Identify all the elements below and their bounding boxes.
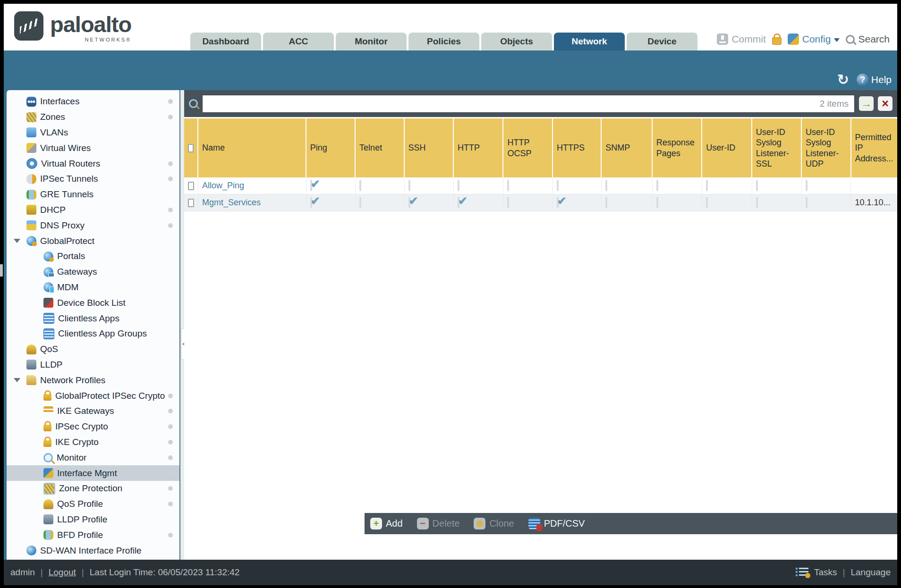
- sidebar-item-ike-crypto[interactable]: IKE Crypto: [7, 435, 179, 450]
- column-header-https[interactable]: HTTPS: [553, 118, 602, 177]
- sidebar-item-ike-gateways[interactable]: IKE Gateways: [7, 403, 179, 419]
- sidebar-item-label: GlobalProtect: [40, 236, 94, 246]
- sidebar-item-virtual-wires[interactable]: Virtual Wires: [7, 140, 179, 156]
- service-checkbox-telnet[interactable]: [359, 198, 369, 208]
- column-header-snmp[interactable]: SNMP: [602, 118, 652, 177]
- service-checkbox-https[interactable]: [557, 181, 566, 191]
- service-checkbox-http-ocsp[interactable]: [507, 198, 517, 208]
- column-header-response-pages[interactable]: Response Pages: [653, 118, 702, 177]
- tab-device[interactable]: Device: [627, 33, 697, 50]
- expander-icon[interactable]: [14, 378, 20, 382]
- clear-filter-button[interactable]: ×: [878, 96, 892, 111]
- column-header-uid-syslog-udp[interactable]: User-ID Syslog Listener-UDP: [802, 118, 851, 177]
- column-header-label: HTTP: [458, 143, 480, 153]
- service-checkbox-uid-syslog-ssl[interactable]: [756, 181, 765, 191]
- service-checkbox-http-ocsp[interactable]: [507, 181, 517, 191]
- sidebar-item-globalprotect-ipsec-crypto[interactable]: GlobalProtect IPSec Crypto: [7, 388, 179, 403]
- service-checkbox-response-pages[interactable]: [656, 181, 666, 191]
- status-dot: [168, 115, 173, 119]
- status-dot: [168, 208, 173, 212]
- sidebar-item-globalprotect[interactable]: GlobalProtect: [7, 233, 179, 249]
- logout-link[interactable]: Logout: [49, 567, 76, 578]
- tab-monitor[interactable]: Monitor: [336, 33, 407, 50]
- sidebar-item-clientless-apps[interactable]: Clientless Apps: [7, 311, 179, 326]
- column-header-ssh[interactable]: SSH: [405, 118, 454, 177]
- sidebar-item-dhcp[interactable]: DHCP: [7, 202, 179, 218]
- sidebar-item-portals[interactable]: Portals: [7, 249, 179, 264]
- sidebar-item-bfd-profile[interactable]: BFD Profile: [7, 527, 179, 543]
- config-menu-button[interactable]: Config: [788, 34, 840, 45]
- sidebar-item-zones[interactable]: Zones: [7, 109, 179, 125]
- sidebar-item-ipsec-crypto[interactable]: IPSec Crypto: [7, 419, 179, 435]
- column-header-user-id[interactable]: User-ID: [702, 118, 752, 177]
- column-header-telnet[interactable]: Telnet: [356, 118, 404, 177]
- column-header-http-ocsp[interactable]: HTTP OCSP: [503, 118, 552, 177]
- sidebar-item-ipsec-tunnels[interactable]: IPSec Tunnels: [7, 171, 179, 187]
- sidebar-item-clientless-app-groups[interactable]: Clientless App Groups: [7, 326, 179, 342]
- lldp-icon: [26, 360, 36, 370]
- global-search-button[interactable]: Search: [846, 34, 890, 45]
- sidebar-item-zone-protection[interactable]: Zone Protection: [7, 481, 179, 496]
- commit-button[interactable]: Commit: [717, 34, 765, 45]
- sidebar-item-gre-tunnels[interactable]: GRE Tunnels: [7, 187, 179, 202]
- service-checkbox-response-pages[interactable]: [656, 198, 666, 208]
- sidebar-item-sd-wan-interface-profile[interactable]: SD-WAN Interface Profile: [7, 543, 179, 558]
- service-checkbox-uid-syslog-udp[interactable]: [806, 181, 815, 191]
- service-checkbox-ping[interactable]: ✔: [310, 198, 320, 208]
- refresh-icon[interactable]: ↻: [837, 73, 849, 86]
- profile-name-link[interactable]: Allow_Ping: [202, 181, 244, 191]
- service-checkbox-ssh[interactable]: [408, 181, 418, 191]
- profile-name-link[interactable]: Mgmt_Services: [202, 198, 261, 208]
- sidebar-item-vlans[interactable]: VLANs: [7, 125, 179, 141]
- column-header-uid-syslog-ssl[interactable]: User-ID Syslog Listener-SSL: [752, 118, 802, 177]
- sidebar-item-virtual-routers[interactable]: Virtual Routers: [7, 156, 179, 171]
- column-header-name[interactable]: Name: [198, 118, 306, 177]
- service-checkbox-ssh[interactable]: ✔: [408, 198, 418, 208]
- sidebar-item-monitor[interactable]: Monitor: [7, 450, 179, 465]
- column-header-ping[interactable]: Ping: [306, 118, 356, 177]
- language-button[interactable]: Language: [850, 567, 891, 578]
- tab-network[interactable]: Network: [554, 33, 625, 50]
- sidebar-item-qos-profile[interactable]: QoS Profile: [7, 496, 179, 512]
- filter-input[interactable]: 2 items: [202, 95, 855, 113]
- select-all-checkbox[interactable]: [188, 144, 194, 152]
- tab-objects[interactable]: Objects: [481, 33, 552, 50]
- tab-dashboard[interactable]: Dashboard: [190, 33, 261, 50]
- lock-icon[interactable]: [772, 37, 782, 45]
- sidebar-item-gateways[interactable]: Gateways: [7, 264, 179, 280]
- sidebar: InterfacesZonesVLANsVirtual WiresVirtual…: [7, 90, 179, 560]
- tab-acc[interactable]: ACC: [263, 33, 334, 50]
- service-checkbox-http[interactable]: ✔: [458, 198, 467, 208]
- service-checkbox-http[interactable]: [458, 181, 467, 191]
- service-checkbox-snmp[interactable]: [605, 198, 615, 208]
- pdf-csv-button[interactable]: PDF/CSV: [528, 518, 585, 529]
- sidebar-item-interface-mgmt[interactable]: Interface Mgmt: [7, 465, 179, 481]
- service-checkbox-https[interactable]: ✔: [557, 198, 566, 208]
- service-checkbox-user-id[interactable]: [706, 198, 715, 208]
- tab-policies[interactable]: Policies: [408, 33, 479, 50]
- sidebar-item-lldp[interactable]: LLDP: [7, 357, 179, 373]
- sidebar-item-qos[interactable]: QoS: [7, 342, 179, 357]
- sidebar-item-dns-proxy[interactable]: DNS Proxy: [7, 218, 179, 233]
- help-button[interactable]: ? Help: [857, 74, 892, 86]
- expander-icon[interactable]: [14, 239, 20, 243]
- sidebar-item-interfaces[interactable]: Interfaces: [7, 94, 179, 109]
- service-checkbox-uid-syslog-ssl[interactable]: [756, 198, 765, 208]
- row-checkbox[interactable]: [188, 182, 194, 190]
- service-checkbox-user-id[interactable]: [706, 181, 715, 191]
- sidebar-item-network-profiles[interactable]: Network Profiles: [7, 372, 179, 388]
- apply-filter-button[interactable]: →: [859, 96, 874, 111]
- column-header-http[interactable]: HTTP: [454, 118, 503, 177]
- add-button[interactable]: +Add: [370, 518, 403, 529]
- row-checkbox[interactable]: [188, 199, 194, 207]
- service-checkbox-telnet[interactable]: [359, 181, 369, 191]
- tasks-button[interactable]: Tasks: [814, 567, 837, 578]
- sidebar-item-mdm[interactable]: MDM: [7, 280, 179, 295]
- service-checkbox-ping[interactable]: ✔: [310, 181, 320, 191]
- column-header-permitted-ip[interactable]: Permitted IP Address...: [851, 118, 897, 177]
- service-checkbox-snmp[interactable]: [605, 181, 615, 191]
- app-window: paloalto NETWORKS® DashboardACCMonitorPo…: [4, 4, 897, 585]
- sidebar-item-device-block-list[interactable]: Device Block List: [7, 295, 179, 311]
- sidebar-item-lldp-profile[interactable]: LLDP Profile: [7, 512, 179, 528]
- service-checkbox-uid-syslog-udp[interactable]: [806, 198, 815, 208]
